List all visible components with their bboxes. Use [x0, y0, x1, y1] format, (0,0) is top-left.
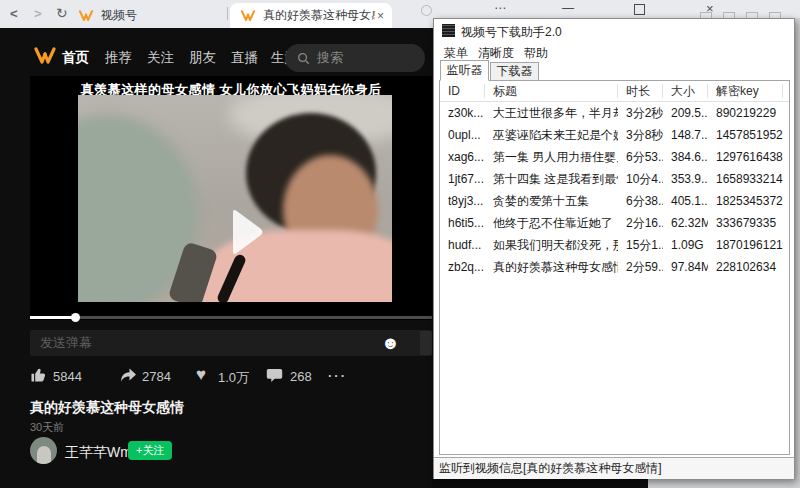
- video-frame[interactable]: [78, 95, 392, 302]
- browser-reload-icon[interactable]: ↻: [56, 5, 68, 21]
- cell-id: hudf...: [440, 238, 485, 252]
- nav-item-friends[interactable]: 朋友: [189, 49, 216, 67]
- tab-label: 真的好羡慕这种母女感情: [263, 7, 375, 24]
- download-table-body: z30k...大王过世很多年，半月却有...3分2秒209.5...890219…: [440, 102, 789, 278]
- menu-item-help[interactable]: 帮助: [524, 45, 548, 62]
- cell-title: 贪婪的爱第十五集: [485, 193, 618, 210]
- cell-size: 148.7...: [663, 128, 708, 142]
- browser-extension-icon[interactable]: [421, 5, 432, 16]
- cell-duration: 6分53...: [618, 149, 663, 166]
- browser-maximize-button[interactable]: [634, 4, 645, 15]
- video-player[interactable]: 真羡慕这样的母女感情 女儿你放心飞妈妈在你身后 你大了嫁不出去 ▶ 00:03 …: [30, 76, 432, 320]
- cell-key: 1457851952: [708, 128, 783, 142]
- seek-bar-played: [30, 316, 75, 319]
- share-count: 2784: [142, 369, 171, 384]
- browser-forward-icon[interactable]: >: [34, 6, 42, 21]
- nav-item-live[interactable]: 直播: [231, 49, 258, 67]
- channels-logo-icon[interactable]: [33, 47, 57, 65]
- status-text: 监听到视频信息[真的好羡慕这种母女感情]: [439, 460, 662, 477]
- follow-button[interactable]: +关注: [128, 441, 172, 460]
- cell-duration: 3分8秒: [618, 127, 663, 144]
- download-table: ID 标题 时长 大小 解密key 路径 z30k...大王过世很多年，半月却有…: [439, 80, 790, 455]
- cell-key: 333679335: [708, 216, 783, 230]
- browser-tab-channels[interactable]: 视频号: [68, 3, 226, 28]
- table-row[interactable]: 0upl...巫婆诬陷未来王妃是个妖女...3分8秒148.7...145785…: [440, 124, 789, 146]
- like-icon[interactable]: [30, 367, 47, 383]
- cell-title: 巫婆诬陷未来王妃是个妖女...: [485, 127, 618, 144]
- cell-size: 62.32M: [663, 216, 708, 230]
- nav-item-follow[interactable]: 关注: [147, 49, 174, 67]
- cell-duration: 2分59...: [618, 259, 663, 276]
- author-avatar[interactable]: [30, 437, 57, 464]
- tab-listener[interactable]: 监听器: [440, 60, 489, 81]
- danmaku-input[interactable]: 发送弹幕 ☻: [30, 330, 432, 356]
- danmaku-placeholder: 发送弹幕: [40, 334, 92, 352]
- table-row[interactable]: zb2q...真的好羡慕这种母女感情2分59...97.84M228102634: [440, 256, 789, 278]
- cell-title: 第十四集 这是我看到最气人...: [485, 171, 618, 188]
- table-row[interactable]: 1jt67...第十四集 这是我看到最气人...10分4...353.9...1…: [440, 168, 789, 190]
- cell-id: h6ti5...: [440, 216, 485, 230]
- cell-title: 第一集 男人用力捂住婴儿的...: [485, 149, 618, 166]
- cell-id: zb2q...: [440, 260, 485, 274]
- tab-close-icon[interactable]: ×: [377, 9, 384, 23]
- nav-item-recommend[interactable]: 推荐: [105, 49, 132, 67]
- cell-duration: 15分1...: [618, 237, 663, 254]
- nav-item-home[interactable]: 首页: [62, 49, 89, 67]
- danmaku-send-edge[interactable]: [420, 331, 432, 355]
- search-input[interactable]: 搜索: [285, 44, 425, 72]
- table-row[interactable]: hudf...如果我们明天都没死，那我...15分1...1.09G187019…: [440, 234, 789, 256]
- search-icon: [297, 52, 310, 65]
- cell-id: 0upl...: [440, 128, 485, 142]
- status-bar: 监听到视频信息[真的好羡慕这种母女感情]: [434, 457, 794, 479]
- cell-title: 真的好羡慕这种母女感情: [485, 259, 618, 276]
- bottom-strip-dark: [432, 479, 648, 488]
- channels-logo-icon: [78, 10, 94, 22]
- cell-size: 97.84M: [663, 260, 708, 274]
- cell-duration: 2分16...: [618, 215, 663, 232]
- header-size[interactable]: 大小: [663, 84, 708, 98]
- downloader-window: 视频号下载助手2.0 菜单 清晰度 帮助 监听器 下载器 ID 标题 时长 大小…: [433, 18, 795, 479]
- like-count: 5844: [53, 369, 82, 384]
- cell-duration: 10分4...: [618, 171, 663, 188]
- browser-minimize-button[interactable]: —: [562, 1, 574, 15]
- cell-size: 209.5...: [663, 106, 708, 120]
- play-overlay-icon[interactable]: [227, 208, 265, 256]
- cell-size: 384.6...: [663, 150, 708, 164]
- header-duration[interactable]: 时长: [618, 84, 663, 98]
- cell-key: 228102634: [708, 260, 783, 274]
- cell-key: 1870196121: [708, 238, 783, 252]
- browser-more-icon[interactable]: ⋯: [494, 1, 506, 15]
- cell-id: t8yj3...: [440, 194, 485, 208]
- browser-back-icon[interactable]: <: [10, 6, 18, 21]
- tab-divider: [227, 7, 228, 20]
- table-row[interactable]: t8yj3...贪婪的爱第十五集6分38...405.1...182534537…: [440, 190, 789, 212]
- post-age: 30天前: [30, 420, 64, 435]
- bottom-strip-light: [648, 479, 800, 488]
- table-row[interactable]: z30k...大王过世很多年，半月却有...3分2秒209.5...890219…: [440, 102, 789, 124]
- emoji-icon[interactable]: ☻: [381, 334, 400, 352]
- heart-icon[interactable]: ♥: [196, 365, 206, 385]
- browser-tab-video[interactable]: 真的好羡慕这种母女感情 ×: [230, 3, 392, 28]
- post-title: 真的好羡慕这种母女感情: [30, 399, 184, 417]
- table-row[interactable]: xag6...第一集 男人用力捂住婴儿的...6分53...384.6...12…: [440, 146, 789, 168]
- share-icon[interactable]: [120, 367, 137, 383]
- tab-downloader[interactable]: 下载器: [490, 62, 539, 81]
- header-key[interactable]: 解密key: [708, 84, 783, 98]
- screen: < > ↻ 视频号 真的好羡慕这种母女感情 × ⋯ — ×: [0, 0, 800, 488]
- search-placeholder: 搜索: [317, 49, 343, 67]
- cell-duration: 3分2秒: [618, 105, 663, 122]
- author-name[interactable]: 王芊芊Wm: [65, 444, 132, 462]
- seek-bar[interactable]: [30, 316, 432, 319]
- window-title: 视频号下载助手2.0: [461, 24, 562, 41]
- header-path[interactable]: 路径: [783, 84, 790, 98]
- channels-logo-icon: [240, 10, 256, 22]
- table-row[interactable]: h6ti5...他终于忍不住靠近她了2分16...62.32M333679335: [440, 212, 789, 234]
- header-title[interactable]: 标题: [485, 84, 618, 98]
- seek-handle[interactable]: [71, 313, 80, 322]
- cell-title: 大王过世很多年，半月却有...: [485, 105, 618, 122]
- cell-id: xag6...: [440, 150, 485, 164]
- cell-size: 405.1...: [663, 194, 708, 208]
- more-actions-icon[interactable]: ···: [328, 368, 347, 383]
- comment-icon[interactable]: [266, 367, 283, 383]
- header-id[interactable]: ID: [440, 84, 485, 98]
